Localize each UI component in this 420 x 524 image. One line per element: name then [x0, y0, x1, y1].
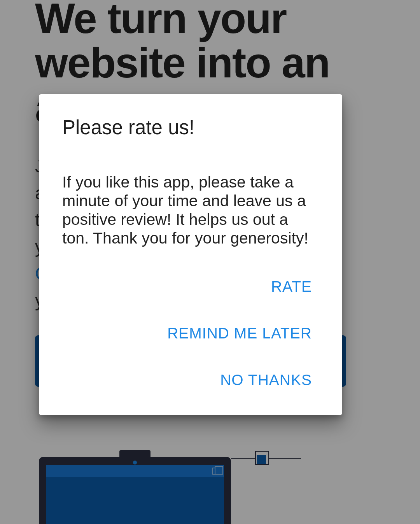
- rate-us-dialog: Please rate us! If you like this app, pl…: [39, 94, 342, 415]
- rate-button[interactable]: RATE: [264, 263, 319, 310]
- dialog-actions: RATE REMIND ME LATER NO THANKS: [62, 263, 319, 403]
- dialog-body-text: If you like this app, please take a minu…: [62, 173, 319, 248]
- remind-later-button[interactable]: REMIND ME LATER: [160, 310, 319, 357]
- dialog-title: Please rate us!: [62, 116, 319, 139]
- no-thanks-button[interactable]: NO THANKS: [213, 357, 319, 403]
